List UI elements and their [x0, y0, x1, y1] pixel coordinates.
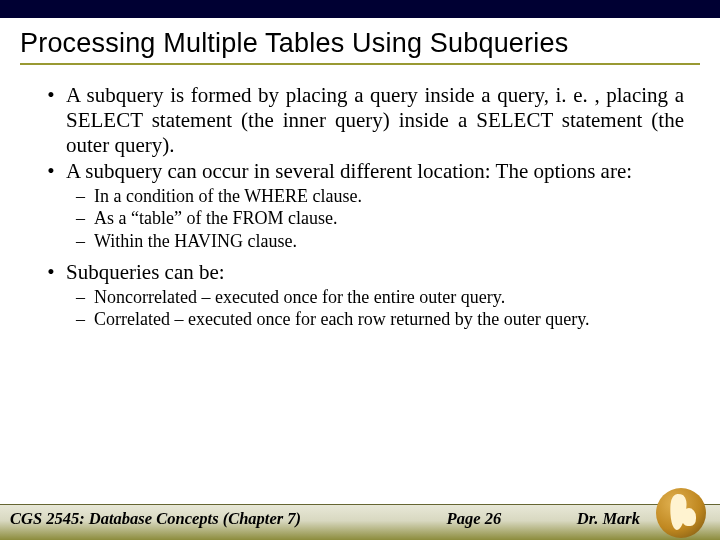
ucf-logo	[656, 488, 712, 540]
bullet-text: Noncorrelated – executed once for the en…	[94, 287, 684, 308]
footer-center: Page 26	[301, 509, 577, 529]
title-underline	[20, 63, 700, 65]
bullet-text: A subquery is formed by placing a query …	[66, 83, 684, 157]
footer-left: CGS 2545: Database Concepts (Chapter 7)	[10, 509, 301, 529]
dash-marker: –	[76, 287, 94, 308]
slide-title: Processing Multiple Tables Using Subquer…	[0, 18, 720, 63]
bullet-text: A subquery can occur in several differen…	[66, 159, 684, 184]
list-item: • Subqueries can be:	[36, 260, 684, 285]
sub-list: – Noncorrelated – executed once for the …	[36, 287, 684, 330]
dash-marker: –	[76, 208, 94, 229]
list-item: • A subquery can occur in several differ…	[36, 159, 684, 184]
list-item: – In a condition of the WHERE clause.	[76, 186, 684, 207]
list-item: – Noncorrelated – executed once for the …	[76, 287, 684, 308]
bullet-text: Correlated – executed once for each row …	[94, 309, 684, 330]
dash-marker: –	[76, 309, 94, 330]
bullet-text: Within the HAVING clause.	[94, 231, 684, 252]
top-bar	[0, 0, 720, 18]
list-item: • A subquery is formed by placing a quer…	[36, 83, 684, 157]
list-item: – Correlated – executed once for each ro…	[76, 309, 684, 330]
dash-marker: –	[76, 186, 94, 207]
bullet-text: As a “table” of the FROM clause.	[94, 208, 684, 229]
sub-list: – In a condition of the WHERE clause. – …	[36, 186, 684, 252]
slide-content: • A subquery is formed by placing a quer…	[0, 73, 720, 330]
list-item: – As a “table” of the FROM clause.	[76, 208, 684, 229]
footer: CGS 2545: Database Concepts (Chapter 7) …	[0, 504, 720, 540]
dash-marker: –	[76, 231, 94, 252]
bullet-marker: •	[36, 83, 66, 157]
bullet-text: In a condition of the WHERE clause.	[94, 186, 684, 207]
footer-right: Dr. Mark	[577, 509, 640, 529]
bullet-marker: •	[36, 159, 66, 184]
bullet-marker: •	[36, 260, 66, 285]
list-item: – Within the HAVING clause.	[76, 231, 684, 252]
bullet-text: Subqueries can be:	[66, 260, 684, 285]
